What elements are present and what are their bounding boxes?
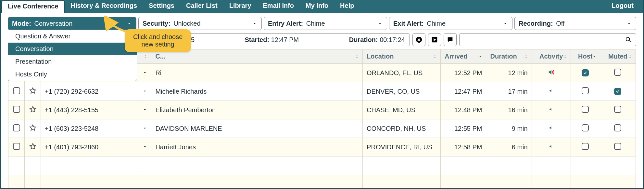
checkbox[interactable]	[582, 124, 589, 131]
tab-caller-list[interactable]: Caller List	[180, 0, 223, 13]
started-time: Started: 12:47 PM	[245, 36, 299, 44]
svg-point-5	[626, 37, 630, 41]
sort-icon	[143, 54, 148, 59]
checkbox[interactable]	[13, 124, 20, 131]
table-row[interactable]: +1 (443) 228-5155 Elizabeth Pemberton CH…	[8, 101, 636, 119]
checkbox[interactable]	[614, 88, 621, 95]
svg-point-3	[450, 39, 450, 39]
tab-logout[interactable]: Logout	[606, 0, 643, 13]
tab-library[interactable]: Library	[223, 0, 257, 13]
chevron-down-icon	[252, 20, 258, 26]
star-icon[interactable]	[29, 105, 37, 113]
star-icon[interactable]	[29, 142, 37, 150]
chevron-down-icon[interactable]	[142, 88, 147, 94]
recording-value: Off	[556, 20, 564, 27]
cell-arrived: 12:58 PM	[441, 138, 486, 156]
tab-my-info[interactable]: My Info	[300, 0, 334, 13]
checkbox[interactable]	[582, 69, 589, 76]
table-row[interactable]: +1 (603) 223-5248 DAVIDSON MARLENE CONCO…	[8, 119, 636, 138]
star-icon[interactable]	[29, 87, 37, 95]
checkbox[interactable]	[614, 143, 621, 150]
cell-host	[571, 64, 600, 82]
chevron-down-icon[interactable]	[142, 107, 147, 112]
cell-name: Michelle Richards	[151, 82, 363, 101]
status-infobar: Callers: 5 Started: 12:47 PM Duration: 0…	[160, 33, 410, 46]
col-muted[interactable]: Muted	[600, 49, 636, 64]
exit-alert-dropdown[interactable]: Exit Alert: Chime	[389, 17, 512, 30]
checkbox[interactable]	[582, 87, 589, 94]
entry-alert-value: Chime	[306, 20, 325, 27]
search-input[interactable]	[459, 33, 636, 46]
checkbox[interactable]	[582, 106, 589, 113]
col-arrived[interactable]: Arrived	[441, 49, 486, 64]
cell-location: PROVIDENCE, RI, US	[363, 138, 441, 156]
cell-muted	[600, 119, 636, 138]
cell-arrived: 12:52 PM	[441, 64, 486, 82]
checkbox[interactable]	[13, 106, 20, 113]
star-icon[interactable]	[29, 124, 37, 132]
sort-down-icon	[478, 54, 483, 59]
mode-option-presentation[interactable]: Presentation	[8, 55, 137, 68]
chevron-down-icon	[377, 20, 383, 26]
speaker-active-icon	[548, 69, 555, 76]
entry-alert-dropdown[interactable]: Entry Alert: Chime	[264, 17, 387, 30]
col-activity[interactable]: Activity	[532, 49, 571, 64]
mode-label: Mode:	[12, 20, 31, 27]
cell-arrived: 12:55 PM	[441, 119, 486, 138]
chevron-down-icon[interactable]	[142, 144, 147, 149]
cell-activity	[532, 64, 571, 82]
speaker-icon	[549, 106, 553, 112]
cell-arrived: 12:48 PM	[441, 101, 486, 119]
table-row[interactable]: +1 (720) 292-6632 Michelle Richards DENV…	[8, 82, 636, 101]
mode-option-conversation[interactable]: Conversation	[8, 43, 137, 55]
col-host[interactable]: Host	[571, 49, 600, 64]
table-row-empty	[8, 156, 636, 175]
col-duration[interactable]: Duration	[486, 49, 532, 64]
cell-activity	[532, 101, 571, 119]
tab-history[interactable]: History & Recordings	[65, 0, 143, 13]
cell-host	[571, 101, 600, 119]
sort-icon	[524, 54, 528, 59]
cell-duration: 6 min	[486, 138, 532, 156]
cell-activity	[532, 138, 571, 156]
cell-duration: 12 min	[486, 64, 532, 82]
tab-email-info[interactable]: Email Info	[257, 0, 300, 13]
tab-help[interactable]: Help	[334, 0, 360, 13]
tab-settings[interactable]: Settings	[143, 0, 180, 13]
close-circle-icon	[415, 36, 423, 43]
checkbox[interactable]	[614, 106, 621, 113]
cell-activity	[532, 82, 571, 101]
checkbox[interactable]	[582, 143, 589, 150]
cell-muted	[600, 82, 636, 101]
table-row-empty	[8, 175, 636, 189]
cell-activity	[532, 119, 571, 138]
chevron-down-icon[interactable]	[142, 126, 147, 131]
cell-name: Elizabeth Pemberton	[151, 101, 363, 119]
col-location[interactable]: Location	[363, 49, 441, 64]
security-value: Unlocked	[173, 20, 200, 27]
checkbox[interactable]	[614, 124, 621, 131]
checkbox[interactable]	[13, 87, 20, 94]
checkbox[interactable]	[614, 69, 621, 76]
cell-location: ORLANDO, FL, US	[363, 64, 441, 82]
recording-dropdown[interactable]: Recording: Off	[514, 17, 636, 30]
sort-icon	[628, 54, 632, 59]
sort-down-icon	[592, 54, 597, 59]
tab-live-conference[interactable]: Live Conference	[1, 0, 65, 13]
cell-muted	[600, 138, 636, 156]
close-button[interactable]	[412, 33, 425, 46]
security-dropdown[interactable]: Security: Unlocked	[138, 17, 262, 30]
play-button[interactable]	[428, 33, 441, 46]
cell-location: CHASE, MD, US	[363, 101, 441, 119]
chat-button[interactable]	[444, 33, 457, 46]
table-row[interactable]: +1 (401) 793-2860 Harriett Jones PROVIDE…	[8, 138, 636, 156]
cell-name: DAVIDSON MARLENE	[151, 119, 363, 138]
chevron-down-icon	[626, 20, 632, 26]
chevron-down-icon[interactable]	[142, 70, 147, 75]
cell-muted	[600, 101, 636, 119]
cell-location: CONCORD, NH, US	[363, 119, 441, 138]
mode-option-hosts-only[interactable]: Hosts Only	[8, 68, 137, 81]
cell-host	[571, 119, 600, 138]
top-tabbar: Live Conference History & Recordings Set…	[1, 0, 643, 13]
checkbox[interactable]	[13, 143, 20, 150]
